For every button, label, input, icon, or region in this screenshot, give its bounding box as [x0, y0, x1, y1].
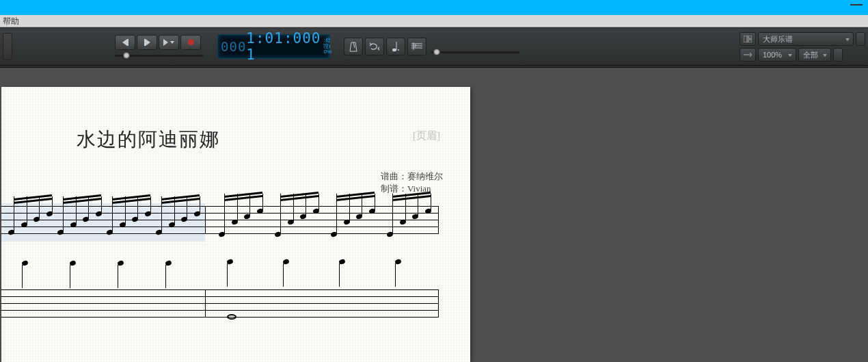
note	[101, 196, 102, 213]
note	[431, 194, 431, 210]
note	[200, 196, 200, 213]
scope-dropdown[interactable]: 全部	[798, 48, 831, 62]
workspace[interactable]: 水边的阿迪丽娜 [页眉] 谱曲：赛纳维尔 制谱：Vivian	[0, 68, 868, 362]
timecode-display[interactable]: 000 1:01:000 1 :处理I 0%	[217, 34, 330, 59]
main-toolbar: 000 1:01:000 1 :处理I 0% 大师乐谱	[0, 27, 868, 66]
note	[165, 265, 166, 288]
score-credits[interactable]: 谱曲：赛纳维尔 制谱：Vivian	[381, 170, 443, 195]
score-title[interactable]: 水边的阿迪丽娜	[77, 127, 220, 153]
note-duration-button[interactable]	[386, 38, 405, 55]
rewind-button[interactable]	[115, 35, 135, 50]
note	[150, 196, 151, 213]
svg-rect-6	[744, 36, 747, 42]
extra-icon-button[interactable]	[833, 48, 843, 62]
zoom-dropdown[interactable]: 100%	[758, 48, 796, 62]
record-button[interactable]	[180, 35, 201, 50]
toolbar-left-handle[interactable]	[3, 33, 12, 60]
note	[318, 194, 319, 210]
svg-point-0	[392, 49, 396, 51]
metronome-button[interactable]	[344, 38, 363, 55]
note	[70, 265, 70, 288]
timecode-main: 1:01:000 1	[246, 30, 321, 63]
volume-slider[interactable]	[431, 38, 519, 55]
fit-width-button[interactable]	[740, 48, 756, 62]
note	[227, 263, 228, 287]
note	[375, 194, 375, 210]
svg-rect-7	[748, 36, 752, 38]
note	[339, 263, 340, 287]
view-controls: 大师乐谱 100% 全部	[740, 32, 865, 62]
note	[262, 194, 263, 210]
play-button[interactable]	[159, 35, 179, 50]
processing-percent: 0%	[323, 49, 331, 55]
minimize-icon[interactable]	[850, 3, 863, 5]
note	[22, 265, 23, 288]
note	[283, 263, 284, 287]
panel-toggle-button[interactable]	[740, 32, 756, 46]
svg-rect-8	[748, 40, 752, 42]
tempo-slider[interactable]	[115, 52, 204, 59]
note	[52, 196, 53, 213]
layout-dropdown[interactable]: 大师乐谱	[758, 32, 854, 46]
skip-forward-button[interactable]	[137, 35, 157, 50]
edit-tools	[344, 38, 426, 55]
menu-bar: 帮助	[0, 15, 868, 27]
whole-note	[227, 314, 236, 320]
transport-controls	[115, 35, 204, 59]
timecode-prefix: 000	[218, 39, 246, 54]
page-header-placeholder[interactable]: [页眉]	[413, 129, 440, 142]
note	[118, 265, 118, 288]
window-titlebar	[0, 0, 868, 15]
music-staves[interactable]	[1, 206, 439, 261]
loop-button[interactable]	[365, 38, 384, 55]
score-page[interactable]: 水边的阿迪丽娜 [页眉] 谱曲：赛纳维尔 制谱：Vivian	[1, 87, 470, 362]
menu-help[interactable]: 帮助	[3, 16, 19, 26]
note	[395, 263, 396, 287]
svg-point-2	[398, 49, 399, 51]
processing-label: :处理I	[323, 38, 331, 50]
accidental-button[interactable]	[407, 38, 426, 55]
settings-icon-button[interactable]	[856, 32, 865, 46]
